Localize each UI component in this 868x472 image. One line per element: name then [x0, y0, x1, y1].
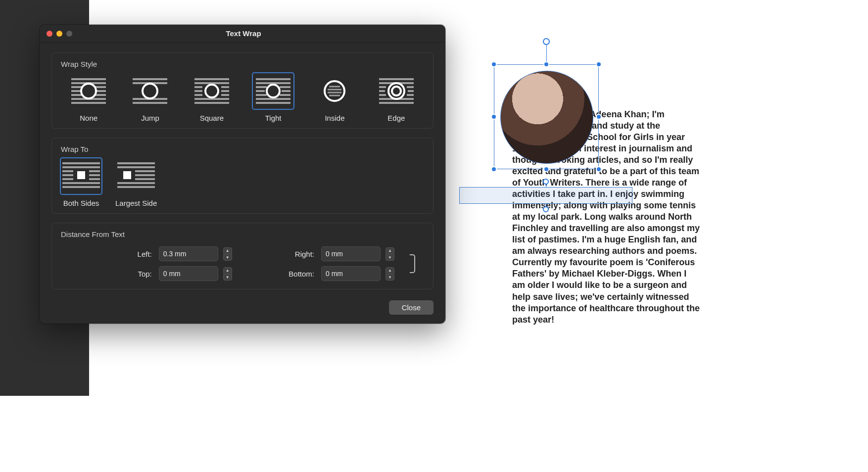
wrap-to-label: Both Sides: [63, 199, 99, 207]
svg-point-7: [81, 84, 96, 98]
wrap-style-title: Wrap Style: [61, 60, 424, 68]
wrap-style-panel: Wrap Style None Jump Square Tight: [51, 52, 434, 129]
wrap-style-none[interactable]: None: [61, 73, 116, 122]
resize-handle-br[interactable]: [596, 166, 602, 172]
rotation-handle[interactable]: [543, 38, 550, 45]
wrap-to-largest-side[interactable]: Largest Side: [115, 158, 157, 207]
distance-bottom-input[interactable]: 0 mm: [321, 266, 381, 281]
wrap-to-label: Largest Side: [115, 199, 157, 207]
distance-bottom-stepper[interactable]: ▲▼: [386, 267, 399, 281]
resize-handle-tm[interactable]: [543, 61, 549, 67]
wrap-to-title: Wrap To: [61, 145, 424, 153]
selected-image-frame[interactable]: [494, 64, 599, 169]
distance-top-label: Top:: [91, 270, 154, 278]
stepper-up-icon[interactable]: ▲: [223, 247, 232, 254]
wrap-style-label: Jump: [141, 114, 159, 122]
link-values-icon[interactable]: [404, 253, 419, 275]
stepper-up-icon[interactable]: ▲: [223, 267, 232, 274]
resize-handle-tl[interactable]: [491, 61, 497, 67]
svg-point-51: [392, 87, 401, 95]
resize-handle-ml[interactable]: [491, 114, 497, 120]
distance-left-label: Left:: [91, 250, 154, 258]
secondary-rotation-handle[interactable]: [543, 179, 549, 185]
secondary-selection-frame[interactable]: [459, 187, 632, 204]
distance-top-stepper[interactable]: ▲▼: [223, 267, 237, 281]
wrap-to-both-sides[interactable]: Both Sides: [61, 158, 101, 207]
distance-right-stepper[interactable]: ▲▼: [386, 247, 399, 261]
wrap-style-label: Inside: [325, 114, 344, 122]
resize-handle-bl[interactable]: [491, 166, 497, 172]
svg-point-50: [388, 83, 404, 99]
resize-handle-mr[interactable]: [596, 114, 602, 120]
stepper-down-icon[interactable]: ▼: [223, 254, 232, 261]
wrap-to-panel: Wrap To Both Sides Largest Side: [51, 138, 434, 214]
distance-title: Distance From Text: [61, 230, 424, 238]
distance-left-input[interactable]: 0.3 mm: [159, 246, 218, 261]
wrap-style-edge[interactable]: Edge: [369, 73, 424, 122]
svg-rect-62: [77, 171, 85, 179]
distance-right-input[interactable]: 0 mm: [321, 246, 381, 261]
wrap-style-label: Edge: [387, 114, 405, 122]
distance-panel: Distance From Text Left: 0.3 mm ▲▼ Right…: [51, 223, 434, 289]
svg-point-12: [143, 84, 157, 98]
distance-left-stepper[interactable]: ▲▼: [223, 247, 237, 261]
dialog-title: Text Wrap: [48, 29, 438, 38]
secondary-bottom-handle[interactable]: [543, 206, 549, 212]
stepper-up-icon[interactable]: ▲: [386, 247, 394, 254]
wrap-style-label: Square: [200, 114, 224, 122]
svg-point-34: [267, 85, 280, 97]
svg-point-23: [205, 85, 218, 97]
stepper-up-icon[interactable]: ▲: [386, 267, 394, 274]
distance-top-input[interactable]: 0 mm: [159, 266, 218, 281]
wrap-style-square[interactable]: Square: [184, 73, 240, 122]
circular-image-placeholder[interactable]: [500, 71, 593, 164]
stepper-down-icon[interactable]: ▼: [386, 274, 394, 281]
svg-point-35: [325, 81, 344, 101]
wrap-style-inside[interactable]: Inside: [307, 73, 362, 122]
titlebar: Text Wrap: [40, 25, 445, 43]
stepper-down-icon[interactable]: ▼: [223, 274, 232, 281]
distance-bottom-label: Bottom:: [242, 270, 316, 278]
resize-handle-bm[interactable]: [543, 166, 549, 172]
rotation-stem: [546, 43, 547, 62]
resize-handle-tr[interactable]: [596, 61, 602, 67]
wrap-style-label: Tight: [265, 114, 282, 122]
close-button[interactable]: Close: [389, 300, 434, 315]
distance-right-label: Right:: [242, 250, 316, 258]
text-wrap-dialog: Text Wrap Wrap Style None Jump Square: [40, 25, 445, 324]
wrap-style-label: None: [80, 114, 97, 122]
svg-rect-70: [123, 171, 131, 179]
stepper-down-icon[interactable]: ▼: [386, 254, 394, 261]
wrap-style-tight[interactable]: Tight: [245, 73, 301, 122]
wrap-style-jump[interactable]: Jump: [122, 73, 178, 122]
